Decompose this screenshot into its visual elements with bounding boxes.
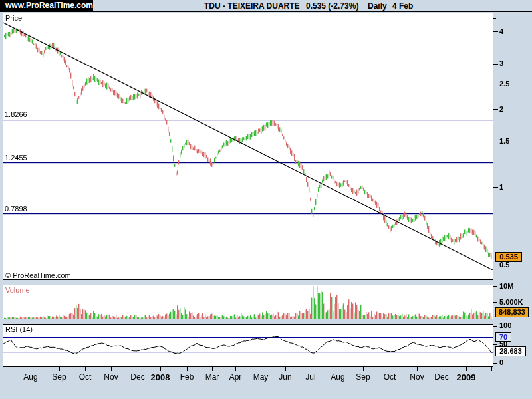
time-axis-tick xyxy=(111,367,112,371)
rsi-current-badge: 28.683 xyxy=(495,346,526,356)
volume-pane-title: Volume xyxy=(5,286,30,294)
time-axis-tick xyxy=(138,367,138,371)
time-axis-month-label: 2008 xyxy=(146,372,175,382)
rsi-overbought-badge: 70 xyxy=(495,332,511,342)
time-axis-tick xyxy=(261,367,261,371)
time-axis: AugSepOctNovDec2008FebMarAprMayJunJulAug… xyxy=(0,0,532,399)
time-axis-tick xyxy=(390,367,390,371)
time-axis-tick xyxy=(491,367,492,371)
support-level-label: 1.2455 xyxy=(5,154,27,162)
support-level-label: 0.7898 xyxy=(5,205,27,213)
pane-bottom-divider xyxy=(3,271,493,271)
price-pane-title: Price xyxy=(5,14,22,22)
time-axis-month-label: Nov xyxy=(96,372,126,382)
time-axis-tick xyxy=(363,367,364,371)
last-price-badge: 0.535 xyxy=(495,252,522,262)
time-axis-month-label: Oct xyxy=(375,372,404,382)
time-axis-month-label: Sep xyxy=(45,372,74,382)
rsi-pane-title: RSI (14) xyxy=(5,325,33,333)
time-axis-tick xyxy=(212,367,213,371)
prorealtime-window: www.ProRealTime.com TDU - TEIXEIRA DUART… xyxy=(0,0,532,399)
time-axis-tick xyxy=(187,367,188,371)
support-level-label: 1.8266 xyxy=(5,110,27,118)
time-axis-tick xyxy=(59,367,60,371)
current-volume-badge: 848,833 xyxy=(495,307,529,317)
time-axis-tick xyxy=(466,367,467,371)
time-axis-tick xyxy=(31,367,31,371)
time-axis-tick xyxy=(417,367,418,371)
time-axis-tick xyxy=(160,367,161,371)
time-axis-month-label: 2009 xyxy=(452,372,481,382)
time-axis-month-label: Oct xyxy=(70,372,100,382)
time-axis-tick xyxy=(285,367,286,371)
time-axis-tick xyxy=(311,367,311,371)
time-axis-tick xyxy=(235,367,236,371)
time-axis-tick xyxy=(442,367,442,371)
time-axis-month-label: Sep xyxy=(348,372,378,382)
time-axis-month-label: Jul xyxy=(296,372,325,382)
time-axis-month-label: Aug xyxy=(16,372,45,382)
time-axis-tick xyxy=(85,367,86,371)
watermark: © ProRealTime.com xyxy=(5,271,71,279)
time-axis-tick xyxy=(338,367,338,371)
